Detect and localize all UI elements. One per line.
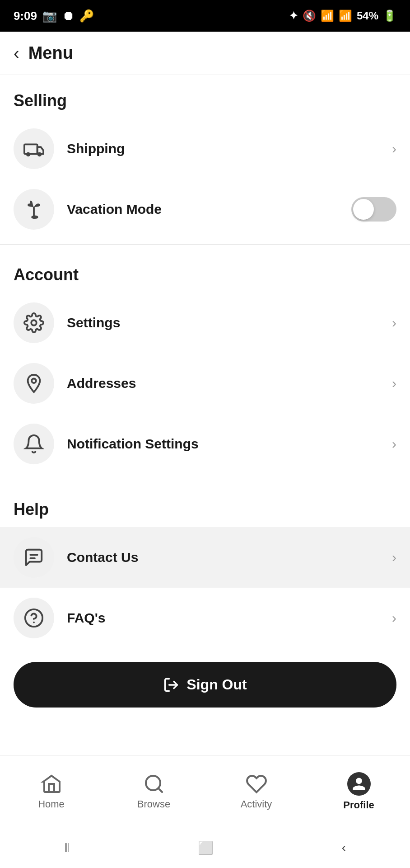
menu-item-faqs[interactable]: FAQ's › [0, 588, 410, 648]
sign-out-label: Sign Out [186, 676, 247, 693]
section-account: Account Settings › Addresses › [0, 249, 410, 474]
truck-icon [23, 138, 44, 159]
android-nav-bar: ⦀ ⬜ ‹ [0, 827, 410, 868]
bottom-nav: Home Browse Activity Profile [0, 755, 410, 827]
record-icon: ⏺ [62, 9, 74, 23]
contact-us-chevron: › [392, 550, 396, 565]
section-header-help: Help [0, 484, 410, 527]
home-icon [41, 773, 62, 795]
section-header-account: Account [0, 249, 410, 292]
nav-tab-profile[interactable]: Profile [308, 765, 410, 818]
menu-item-contact-us[interactable]: Contact Us › [0, 527, 410, 588]
svg-point-2 [38, 153, 41, 156]
notification-settings-label: Notification Settings [67, 436, 392, 452]
faqs-icon-circle [14, 598, 54, 638]
menu-item-vacation-mode[interactable]: Vacation Mode [0, 179, 410, 240]
browse-tab-label: Browse [137, 798, 170, 810]
contact-icon-circle [14, 537, 54, 578]
divider-selling-account [0, 244, 410, 245]
search-icon [143, 773, 165, 795]
top-nav: ‹ Menu [0, 32, 410, 75]
heart-icon [246, 773, 267, 795]
svg-point-1 [27, 153, 30, 156]
menu-item-shipping[interactable]: Shipping › [0, 118, 410, 179]
settings-label: Settings [67, 315, 392, 330]
activity-tab-label: Activity [241, 798, 272, 810]
menu-item-notification-settings[interactable]: Notification Settings › [0, 414, 410, 474]
scroll-content: Selling Shipping › [0, 75, 410, 755]
faqs-label: FAQ's [67, 610, 392, 626]
wifi-icon: 📶 [321, 9, 334, 22]
message-icon [23, 547, 44, 568]
home-tab-label: Home [38, 798, 65, 810]
svg-line-12 [158, 788, 162, 792]
gear-icon [23, 312, 44, 333]
status-time: 9:09 [14, 9, 37, 23]
section-help: Help Contact Us › FAQ's [0, 484, 410, 648]
location-pin-icon [23, 373, 44, 394]
notification-icon-circle [14, 424, 54, 464]
user-icon [351, 776, 367, 792]
status-left: 9:09 📷 ⏺ 🔑 [14, 9, 94, 23]
camera-icon: 📷 [42, 9, 57, 23]
battery-percent: 54% [357, 9, 378, 22]
section-selling: Selling Shipping › [0, 75, 410, 240]
status-right: ✦ 🔇 📶 📶 54% 🔋 [289, 9, 396, 22]
profile-tab-label: Profile [343, 799, 374, 811]
addresses-icon-circle [14, 363, 54, 404]
vacation-icon-circle [14, 189, 54, 230]
section-header-selling: Selling [0, 75, 410, 118]
svg-point-5 [32, 378, 36, 383]
notification-settings-chevron: › [392, 436, 396, 452]
nav-tab-home[interactable]: Home [0, 766, 102, 817]
status-bar: 9:09 📷 ⏺ 🔑 ✦ 🔇 📶 📶 54% 🔋 [0, 0, 410, 32]
profile-avatar [347, 772, 371, 796]
settings-icon-circle [14, 302, 54, 343]
shipping-icon-circle [14, 128, 54, 169]
android-home-button[interactable]: ⬜ [198, 840, 214, 855]
page-title: Menu [28, 43, 73, 63]
android-back-button[interactable]: ‹ [342, 840, 346, 855]
menu-item-settings[interactable]: Settings › [0, 292, 410, 353]
addresses-chevron: › [392, 376, 396, 391]
vacation-mode-toggle[interactable] [351, 197, 396, 222]
mute-icon: 🔇 [303, 9, 316, 22]
bluetooth-icon: ✦ [289, 9, 298, 22]
sign-out-button[interactable]: Sign Out [14, 662, 396, 708]
menu-item-addresses[interactable]: Addresses › [0, 353, 410, 414]
palm-tree-icon [23, 199, 44, 220]
settings-chevron: › [392, 315, 396, 330]
key-icon: 🔑 [79, 9, 94, 23]
back-button[interactable]: ‹ [14, 45, 19, 62]
shipping-chevron: › [392, 141, 396, 156]
svg-point-3 [32, 216, 37, 218]
bell-icon [23, 434, 44, 454]
contact-us-label: Contact Us [67, 550, 392, 565]
signal-icon: 📶 [339, 9, 352, 22]
nav-tab-activity[interactable]: Activity [205, 766, 308, 817]
sign-out-icon [163, 677, 179, 693]
vacation-mode-label: Vacation Mode [67, 202, 351, 217]
svg-rect-0 [24, 144, 37, 154]
svg-point-4 [31, 320, 37, 326]
faqs-chevron: › [392, 610, 396, 626]
shipping-label: Shipping [67, 141, 392, 156]
battery-icon: 🔋 [383, 9, 396, 22]
addresses-label: Addresses [67, 376, 392, 391]
nav-tab-browse[interactable]: Browse [102, 766, 205, 817]
toggle-knob [353, 199, 374, 220]
android-recent-button[interactable]: ⦀ [64, 840, 70, 855]
question-circle-icon [23, 608, 44, 628]
divider-account-help [0, 479, 410, 479]
